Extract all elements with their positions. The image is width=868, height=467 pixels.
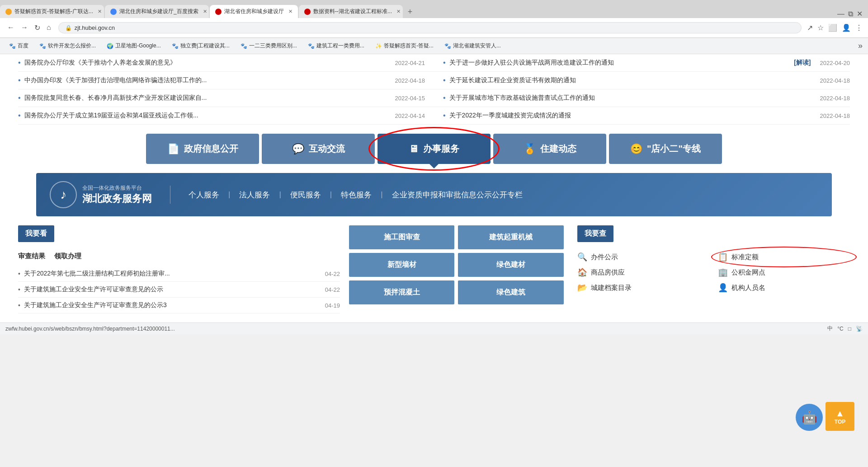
- tab-3[interactable]: 湖北省住房和城乡建设厅 ✕: [210, 5, 298, 18]
- platform-logo[interactable]: ♪ 全国一体化政务服务平台 湖北政务服务网: [50, 181, 152, 208]
- bookmark-7[interactable]: 🐾 湖北省建筑安管人...: [441, 41, 505, 51]
- bookmark-7-label: 湖北省建筑安管人...: [453, 42, 501, 50]
- list-bullet-1: •: [18, 286, 20, 293]
- main-content: 我要看 审查结果 领取办理 • 关于2022年第七批二级注册结构工程师初始注册审…: [0, 216, 868, 322]
- news-item-title-0[interactable]: 关于2022年第七批二级注册结构工程师初始注册审...: [24, 270, 321, 278]
- shop-owner-button[interactable]: 😊 "店小二"专线: [609, 134, 722, 164]
- news-left-1[interactable]: 中办国办印发《关于加强打击治理电信网络诈骗违法犯罪工作的...: [24, 76, 386, 84]
- shop-owner-label: "店小二"专线: [647, 143, 701, 155]
- news-left-date-0: 2022-04-21: [395, 60, 425, 66]
- news-right-2[interactable]: 关于开展城市地下市政基础设施普查试点工作的通知: [449, 94, 811, 102]
- tab-2-close[interactable]: ✕: [203, 9, 207, 14]
- platform-nav-personal[interactable]: 个人服务: [189, 190, 219, 200]
- tab-4[interactable]: 数据资料--湖北省建设工程标准... ✕: [299, 5, 403, 18]
- account-icon[interactable]: 👤: [842, 23, 851, 32]
- right-item-standard[interactable]: 📋 标准定额: [718, 252, 850, 262]
- service-btn-drawing-review[interactable]: 施工图审查: [349, 225, 454, 249]
- monitor-icon: 🖥: [409, 143, 419, 155]
- right-item-housing[interactable]: 🏠 商品房供应: [577, 267, 709, 277]
- platform-logo-icon: ♪: [50, 181, 77, 208]
- minimize-icon[interactable]: —: [837, 10, 844, 18]
- news-item-2: • 关于建筑施工企业安全生产许可证审查意见的公示3 04-19: [18, 298, 340, 313]
- news-left-0[interactable]: 国务院办公厅印发《关于推动个人养老金发展的意见》: [24, 59, 386, 67]
- office-service-button[interactable]: 🖥 办事服务: [377, 134, 491, 164]
- gov-info-label: 政府信息公开: [184, 143, 238, 155]
- service-btn-green-material[interactable]: 绿色建材: [458, 253, 563, 277]
- news-section: • 国务院办公厅印发《关于推动个人养老金发展的意见》 2022-04-21 • …: [0, 54, 868, 125]
- news-item-title-1[interactable]: 关于建筑施工企业安全生产许可证审查意见的公示: [24, 285, 321, 294]
- restore-icon[interactable]: ⧉: [848, 10, 853, 18]
- news-left-date-1: 2022-04-18: [395, 77, 425, 84]
- bookmark-4[interactable]: 🐾 一二三类费用区别...: [237, 41, 301, 51]
- bookmark-2[interactable]: 🌍 卫星地图-Google...: [103, 41, 165, 51]
- bookmark-1-icon: 🐾: [39, 43, 46, 49]
- bookmark-1[interactable]: 🐾 软件开发怎么报价...: [36, 41, 99, 51]
- right-item-archive[interactable]: 📂 城建档案目录: [577, 283, 709, 293]
- bookmarks-more[interactable]: »: [858, 41, 863, 51]
- tab-3-close[interactable]: ✕: [288, 9, 292, 14]
- display-icon: □: [848, 326, 851, 332]
- service-btn-green-building[interactable]: 绿色建筑: [458, 280, 563, 304]
- gov-info-button[interactable]: 📄 政府信息公开: [146, 134, 259, 164]
- resolve-link[interactable]: [解读]: [794, 59, 811, 67]
- platform-nav-convenience[interactable]: 便民服务: [290, 190, 321, 200]
- smile-icon: 😊: [630, 143, 642, 155]
- bookmarks-bar: 🐾 百度 🐾 软件开发怎么报价... 🌍 卫星地图-Google... 🐾 独立…: [0, 38, 868, 54]
- network-icon: 📡: [856, 326, 863, 332]
- share-icon[interactable]: ↗: [807, 23, 813, 32]
- back-button[interactable]: ←: [5, 23, 16, 33]
- bookmark-baidu[interactable]: 🐾 百度: [5, 41, 32, 51]
- right-item-fund[interactable]: 🏢 公积金网点: [718, 267, 850, 277]
- forward-button[interactable]: →: [19, 23, 30, 33]
- service-btn-concrete[interactable]: 预拌混凝土: [349, 280, 454, 304]
- chinese-icon: 中: [827, 325, 833, 332]
- right-item-archive-label: 城建档案目录: [591, 284, 632, 292]
- tab-1-close[interactable]: ✕: [98, 9, 102, 14]
- service-btn-new-wall[interactable]: 新型墙材: [349, 253, 454, 277]
- bullet-icon-r: •: [443, 59, 446, 67]
- sub-tab-pickup[interactable]: 领取办理: [54, 252, 81, 261]
- tab-2-favicon: [110, 9, 117, 15]
- sub-tab-review[interactable]: 审查结果: [18, 252, 45, 261]
- bookmark-icon[interactable]: ☆: [817, 23, 824, 32]
- home-button[interactable]: ⌂: [45, 23, 53, 33]
- menu-icon[interactable]: ⋮: [855, 23, 863, 32]
- right-section-header: 我要查: [577, 225, 613, 242]
- right-item-staff[interactable]: 👤 机构人员名: [718, 283, 850, 293]
- tab-1-favicon: [5, 9, 12, 15]
- platform-nav-legal[interactable]: 法人服务: [239, 190, 270, 200]
- interaction-button[interactable]: 💬 互动交流: [262, 134, 375, 164]
- tab-1[interactable]: 答疑解惑首页-答疑解惑-广联达... ✕: [0, 5, 104, 18]
- bookmark-3-icon: 🐾: [172, 43, 179, 49]
- news-right-0[interactable]: 关于进一步做好入驻公共设施平战两用改造建设工作的通知: [449, 59, 794, 67]
- reload-button[interactable]: ↻: [33, 23, 42, 33]
- tab-controls: — ⧉ ✕: [837, 9, 868, 18]
- bookmark-5[interactable]: 🐾 建筑工程一类费用...: [304, 41, 368, 51]
- url-bar[interactable]: 🔒 zjt.hubei.gov.cn: [58, 22, 802, 33]
- housing-dynamics-button[interactable]: 🏅 住建动态: [493, 134, 606, 164]
- tab-4-close[interactable]: ✕: [396, 9, 401, 14]
- news-left-2[interactable]: 国务院批复同意长春、长春净月高新技术产业开发区建设国家自...: [24, 94, 386, 102]
- news-left-3[interactable]: 国务院办公厅关于成立第19届亚运会和第4届亚残运会工作领...: [24, 112, 386, 120]
- new-tab-button[interactable]: +: [404, 5, 416, 18]
- news-item-title-2[interactable]: 关于建筑施工企业安全生产许可证审查意见的公示3: [24, 301, 321, 309]
- news-right-1[interactable]: 关于延长建设工程企业资质证书有效期的通知: [449, 76, 811, 84]
- bookmark-5-label: 建筑工程一类费用...: [316, 42, 364, 50]
- tab-2[interactable]: 湖北住房和城乡建设厅_百度搜索 ✕: [105, 5, 209, 18]
- platform-nav-sep-3: |: [330, 190, 332, 199]
- bullet-icon-r2: •: [443, 94, 446, 102]
- nav-buttons-section: 📄 政府信息公开 💬 互动交流 🖥 办事服务 🏅 住建动态 😊 "店小二"专线: [0, 125, 868, 173]
- status-bar: zwfw.hubei.gov.cn/s/web/bszn/bmsy.html?d…: [0, 322, 868, 334]
- platform-nav-enterprise[interactable]: 企业资质申报和审批信息公示公开专栏: [392, 190, 523, 200]
- right-item-notice[interactable]: 🔍 办件公示: [577, 252, 709, 262]
- bookmark-3[interactable]: 🐾 独立费|工程建设其...: [168, 41, 233, 51]
- tablet-icon[interactable]: ⬜: [828, 23, 837, 32]
- bookmark-6[interactable]: ✨ 答疑解惑首页-答疑...: [372, 41, 437, 51]
- close-icon[interactable]: ✕: [857, 9, 863, 18]
- platform-nav-special[interactable]: 特色服务: [341, 190, 372, 200]
- bookmark-baidu-icon: 🐾: [9, 43, 16, 49]
- right-item-row-1: 🏠 商品房供应 🏢 公积金网点: [577, 267, 850, 277]
- news-right-3[interactable]: 关于2022年一季度城建投资完成情况的通报: [449, 112, 811, 120]
- service-btn-crane[interactable]: 建筑起重机械: [458, 225, 563, 249]
- doc-icon: 📄: [167, 143, 179, 155]
